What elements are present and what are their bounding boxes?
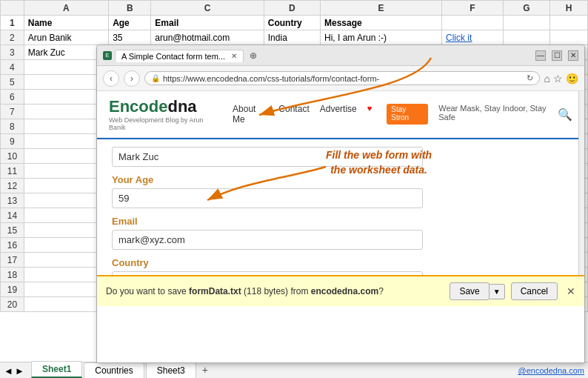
table-row: 1 Name Age Email Country Message: [1, 16, 588, 30]
site-nav: About Me Contact Advertise ♥ Stay Stron …: [233, 104, 558, 125]
row-num: 14: [1, 208, 24, 223]
sheet-tabs: ◄ ► Sheet1 Countries Sheet3 + @encodedna…: [0, 362, 588, 378]
next-sheet-arrow[interactable]: ►: [15, 365, 24, 377]
add-sheet-button[interactable]: +: [196, 362, 214, 378]
cell-e2: Hi, I am Arun :-): [321, 30, 442, 45]
filename: formData.txt: [189, 286, 241, 296]
browser-favicon: E: [103, 51, 112, 60]
row-num: 16: [1, 238, 24, 253]
row-num: 6: [1, 90, 24, 105]
cancel-button[interactable]: Cancel: [511, 282, 558, 300]
col-header-c: C: [151, 1, 264, 16]
browser-scrollbar[interactable]: [578, 91, 584, 306]
row-num: 17: [1, 253, 24, 268]
address-box[interactable]: 🔒 https://www.encodedna.com/css-tutorial…: [144, 71, 540, 85]
cell-d2: India: [264, 30, 320, 45]
browser-controls: — ☐ ✕: [535, 50, 578, 61]
row-num: 2: [1, 30, 24, 45]
maximize-button[interactable]: ☐: [552, 50, 562, 61]
form-group-name: [112, 147, 569, 167]
cell-h1: [550, 16, 588, 30]
browser-titlebar: E A Simple Contact form tem... ✕ ⊕ — ☐ ✕: [97, 45, 584, 66]
nav-advertise[interactable]: Advertise: [320, 104, 357, 125]
row-num: 10: [1, 149, 24, 164]
save-dropdown-button[interactable]: ▼: [490, 284, 505, 299]
sheet-tab-countries[interactable]: Countries: [84, 362, 144, 378]
close-button[interactable]: ✕: [568, 50, 578, 61]
browser-content: Encodedna Web Development Blog by Arun B…: [97, 91, 584, 306]
back-button[interactable]: ‹: [103, 70, 119, 87]
new-tab-button[interactable]: ⊕: [244, 49, 263, 62]
smiley-icon[interactable]: 🙂: [566, 73, 578, 84]
row-num: 8: [1, 119, 24, 134]
cell-a1: Name: [24, 16, 108, 30]
row-num: 18: [1, 268, 24, 282]
form-group-email: Email: [112, 216, 569, 250]
row-num: 19: [1, 282, 24, 297]
save-dialog: Do you want to save formData.txt (118 by…: [97, 275, 584, 306]
heart-icon: ♥: [367, 104, 372, 125]
row-num: 9: [1, 134, 24, 149]
forward-button[interactable]: ›: [124, 70, 140, 87]
browser-window: E A Simple Contact form tem... ✕ ⊕ — ☐ ✕…: [96, 44, 585, 363]
sheet-tab-sheet1[interactable]: Sheet1: [31, 361, 82, 378]
domain: encodedna.com: [311, 286, 378, 296]
cell-g2: [503, 30, 550, 45]
row-num: 12: [1, 179, 24, 193]
row-num: 20: [1, 297, 24, 312]
col-header-e: E: [321, 1, 442, 16]
browser-tab[interactable]: A Simple Contact form tem... ✕: [115, 50, 244, 62]
nav-about[interactable]: About Me: [233, 104, 268, 125]
minimize-button[interactable]: —: [535, 50, 546, 61]
col-header-f: F: [442, 1, 504, 16]
cell-b1: Age: [109, 16, 151, 30]
wear-mask-text: Wear Mask, Stay Indoor, Stay Safe: [438, 104, 558, 125]
logo-subtext: Web Development Blog by Arun Banik: [109, 116, 218, 131]
email-label: Email: [112, 216, 569, 227]
col-header-g: G: [503, 1, 550, 16]
col-header-a: A: [24, 1, 108, 16]
col-header-empty: [1, 1, 24, 16]
name-input[interactable]: [112, 147, 423, 167]
dialog-close-button[interactable]: ✕: [567, 285, 575, 297]
lock-icon: 🔒: [151, 74, 160, 82]
email-input[interactable]: [112, 230, 423, 250]
table-row: 2 Arun Banik 35 arun@hotmail.com India H…: [1, 30, 588, 45]
browser-action-buttons: ⌂ ☆ 🙂: [544, 73, 578, 84]
bookmark-star[interactable]: ☆: [553, 73, 563, 84]
age-input[interactable]: [112, 188, 423, 208]
logo-text: Encodedna: [109, 97, 218, 116]
col-header-h: H: [550, 1, 588, 16]
row-num: 11: [1, 164, 24, 179]
form-group-age: Your Age: [112, 174, 569, 208]
save-dialog-text: Do you want to save formData.txt (118 by…: [106, 286, 444, 296]
cell-a2: Arun Banik: [24, 30, 108, 45]
row-num: 4: [1, 60, 24, 75]
cell-g1: [503, 16, 550, 30]
url-display: https://www.encodedna.com/css-tutorials/…: [163, 74, 524, 83]
tab-close-button[interactable]: ✕: [231, 52, 237, 60]
col-header-d: D: [264, 1, 320, 16]
tab-title: A Simple Contact form tem...: [121, 52, 225, 61]
country-label: Country: [112, 257, 569, 268]
row-num: 3: [1, 45, 24, 60]
age-label: Your Age: [112, 174, 569, 185]
stay-strong-badge: Stay Stron: [387, 104, 428, 125]
search-icon[interactable]: 🔍: [558, 107, 572, 122]
row-num: 13: [1, 193, 24, 208]
cell-b2: 35: [109, 30, 151, 45]
cell-c1: Email: [151, 16, 264, 30]
cell-f2[interactable]: Click it: [442, 30, 504, 45]
sheet-tab-sheet3[interactable]: Sheet3: [146, 362, 196, 378]
row-num: 15: [1, 223, 24, 238]
sheet-nav: ◄ ►: [0, 365, 24, 377]
nav-contact[interactable]: Contact: [278, 104, 309, 125]
row-num: 1: [1, 16, 24, 30]
cell-c2: arun@hotmail.com: [151, 30, 264, 45]
home-button[interactable]: ⌂: [544, 73, 550, 84]
save-button[interactable]: Save: [450, 282, 489, 300]
cell-h2: [550, 30, 588, 45]
reload-button[interactable]: ↻: [527, 73, 533, 83]
col-header-b: B: [109, 1, 151, 16]
prev-sheet-arrow[interactable]: ◄: [4, 365, 13, 377]
